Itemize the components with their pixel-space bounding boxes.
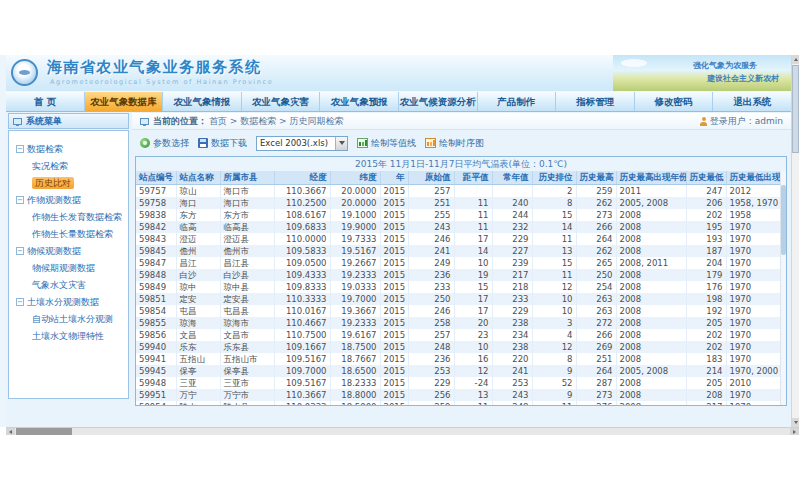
- table-row[interactable]: 59758海口海口市110.250020.0000201525111240826…: [136, 197, 787, 209]
- tree-leaf[interactable]: 自动站土壤水分观测: [9, 311, 128, 328]
- table-row[interactable]: 59842临高临高县109.683319.9000201524311232142…: [136, 221, 787, 233]
- tree-leaf[interactable]: 作物生长发育数据检索: [9, 209, 128, 226]
- table-row[interactable]: 59851定安定安县110.333319.7000201525017233102…: [136, 293, 787, 305]
- collapse-icon[interactable]: −: [16, 145, 24, 153]
- table-cell: 定安县: [220, 293, 274, 305]
- table-row[interactable]: 59951万宁万宁市110.366718.8000201525613243927…: [136, 389, 787, 401]
- isoline-chart-icon: [357, 138, 368, 148]
- select-arrow-button[interactable]: [335, 137, 347, 150]
- table-cell: 59855: [136, 317, 176, 329]
- scroll-right-button[interactable]: [790, 428, 799, 435]
- table-cell: 263: [576, 293, 616, 305]
- nav-item[interactable]: 农业气象情报: [163, 92, 242, 111]
- scroll-left-button[interactable]: [6, 428, 15, 435]
- table-row[interactable]: 59856文昌文昌市110.750019.6167201525723234426…: [136, 329, 787, 341]
- table-cell: 253: [492, 377, 532, 389]
- table-row[interactable]: 59945保亭保亭县109.700018.6500201525312241926…: [136, 365, 787, 377]
- nav-item[interactable]: 农业气候资源分析: [399, 92, 478, 111]
- nav-item[interactable]: 修改密码: [635, 92, 714, 111]
- table-row[interactable]: 59855琼海琼海市110.466719.2333201525820238327…: [136, 317, 787, 329]
- nav-item[interactable]: 首 页: [6, 92, 85, 111]
- table-cell: 澄迈县: [220, 233, 274, 245]
- table-cell: 2008: [616, 233, 686, 245]
- table-cell: 59954: [136, 401, 176, 406]
- table-cell: 198: [686, 293, 726, 305]
- nav-item[interactable]: 产品制作: [478, 92, 557, 111]
- draw-isoline-button[interactable]: 绘制等值线: [357, 137, 416, 150]
- table-cell: 15: [532, 209, 576, 221]
- table-row[interactable]: 59854屯昌屯昌县110.016719.3667201524617229102…: [136, 305, 787, 317]
- tree-leaf[interactable]: 作物生长量数据检索: [9, 226, 128, 243]
- table-cell: 19.2667: [330, 257, 380, 269]
- table-cell: 2011: [616, 185, 686, 198]
- tree-leaf[interactable]: 实况检索: [9, 158, 128, 175]
- scroll-up-icon: [794, 58, 798, 61]
- table-row[interactable]: 59940乐东乐东县109.166718.7500201524810238122…: [136, 341, 787, 353]
- table-cell: 2008: [616, 401, 686, 406]
- collapse-icon[interactable]: −: [16, 196, 24, 204]
- scroll-down-button[interactable]: [792, 418, 799, 427]
- nav-item[interactable]: 农业气象预报: [320, 92, 399, 111]
- table-cell: 定安: [176, 293, 220, 305]
- table-row[interactable]: 59948三亚三亚市109.516718.23332015229-2425352…: [136, 377, 787, 389]
- table-cell: 246: [408, 233, 454, 245]
- table-row[interactable]: 59845儋州儋州市109.583319.5167201524114227132…: [136, 245, 787, 257]
- sidebar: 系统菜单 −数据检索实况检索历史比对−作物观测数据作物生长发育数据检索作物生长量…: [8, 113, 129, 427]
- tree-node[interactable]: −数据检索: [9, 141, 128, 158]
- table-row[interactable]: 59847昌江昌江县109.050019.2667201524910239152…: [136, 257, 787, 269]
- table-scrollbar-thumb[interactable]: [781, 185, 786, 255]
- draw-timeseries-button[interactable]: 绘制时序图: [425, 137, 484, 150]
- table-cell: 万宁: [176, 389, 220, 401]
- collapse-icon[interactable]: −: [16, 247, 24, 255]
- data-download-button[interactable]: 数据下载: [198, 137, 247, 150]
- horizontal-scroll-thumb[interactable]: [16, 428, 72, 435]
- scroll-up-button[interactable]: [792, 55, 799, 64]
- nav-item[interactable]: 农业气象灾害: [242, 92, 321, 111]
- table-cell: 琼海市: [220, 317, 274, 329]
- table-cell: 2015: [380, 245, 408, 257]
- table-cell: 三亚: [176, 377, 220, 389]
- tree-leaf[interactable]: 气象水文灾害: [9, 277, 128, 294]
- window-horizontal-scrollbar[interactable]: [6, 427, 799, 435]
- table-cell: 193: [686, 233, 726, 245]
- table-row[interactable]: 59954陵水陵水县110.033318.5000201525911248112…: [136, 401, 787, 406]
- param-select-button[interactable]: 参数选择: [140, 137, 189, 150]
- table-cell: 253: [408, 365, 454, 377]
- table-cell: 19.1000: [330, 209, 380, 221]
- sidebar-title: 系统菜单: [26, 115, 62, 128]
- table-row[interactable]: 59848白沙白沙县109.433319.2333201523619217112…: [136, 269, 787, 281]
- table-cell: 220: [492, 353, 532, 365]
- vertical-scroll-thumb[interactable]: [792, 65, 799, 153]
- breadcrumb[interactable]: 首页 > 数据检索 > 历史同期检索: [209, 115, 344, 128]
- table-row[interactable]: 59838东方东方市108.616719.1000201525511244152…: [136, 209, 787, 221]
- nav-item[interactable]: 退出系统: [713, 92, 791, 111]
- table-scrollbar[interactable]: [780, 171, 786, 405]
- table-cell: 250: [408, 293, 454, 305]
- tree-leaf-label: 土壤水文物理特性: [32, 331, 104, 341]
- table-row[interactable]: 59941五指山五指山市109.516718.76672015236162208…: [136, 353, 787, 365]
- nav-item[interactable]: 农业气象数据库: [85, 92, 164, 111]
- table-cell: 20.0000: [330, 197, 380, 209]
- export-format-select[interactable]: Excel 2003(.xls): [256, 136, 348, 151]
- tree-node[interactable]: −作物观测数据: [9, 192, 128, 209]
- tree-leaf[interactable]: 物候期观测数据: [9, 260, 128, 277]
- tree-node[interactable]: −物候观测数据: [9, 243, 128, 260]
- tree-node-label: 物候观测数据: [27, 246, 81, 256]
- tree-leaf[interactable]: 历史比对: [9, 175, 128, 192]
- nav-item[interactable]: 指标管理: [556, 92, 635, 111]
- table-row[interactable]: 59849琼中琼中县109.833319.0333201523315218122…: [136, 281, 787, 293]
- tree-node[interactable]: −土壤水分观测数据: [9, 294, 128, 311]
- tree-leaf[interactable]: 土壤水文物理特性: [9, 328, 128, 345]
- table-cell: 59838: [136, 209, 176, 221]
- table-cell: 179: [686, 269, 726, 281]
- table-cell: 187: [686, 245, 726, 257]
- table-row[interactable]: 59757琼山海口市110.366720.0000201525722592011…: [136, 185, 787, 198]
- table-cell: 59851: [136, 293, 176, 305]
- table-cell: 264: [576, 233, 616, 245]
- table-cell: 万宁市: [220, 389, 274, 401]
- table-cell: 2015: [380, 377, 408, 389]
- collapse-icon[interactable]: −: [16, 298, 24, 306]
- table-row[interactable]: 59843澄迈澄迈县110.000019.7333201524617229112…: [136, 233, 787, 245]
- window-vertical-scrollbar[interactable]: [791, 55, 799, 427]
- table-cell: 257: [408, 185, 454, 198]
